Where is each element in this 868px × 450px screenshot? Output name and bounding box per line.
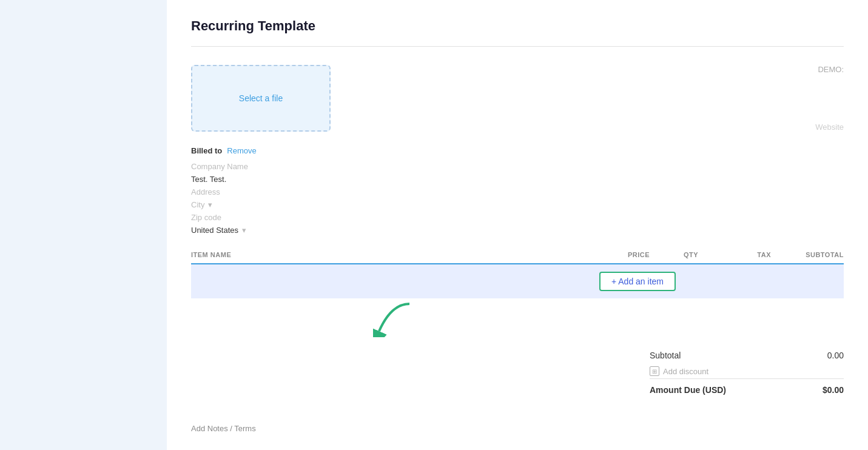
demo-section: DEMO: Website (355, 65, 844, 132)
header-price: PRICE (577, 251, 650, 258)
add-item-button[interactable]: + Add an item (599, 272, 676, 291)
green-arrow-icon (373, 301, 415, 337)
header-tax: TAX (698, 251, 771, 258)
header-subtotal: SUBTOTAL (771, 251, 844, 258)
city-placeholder: City (191, 200, 204, 209)
city-chevron-icon: ▾ (208, 200, 212, 209)
zip-placeholder: Zip code (191, 211, 844, 224)
company-name-placeholder: Company Name (191, 160, 844, 173)
page-title: Recurring Template (191, 18, 844, 34)
add-item-btn-container: + Add an item (577, 272, 698, 291)
country-dropdown[interactable]: United States ▾ (191, 224, 844, 237)
subtotal-value: 0.00 (827, 351, 844, 360)
totals-area: Subtotal 0.00 ⊞ Add discount Amount Due … (191, 337, 844, 398)
add-discount-row[interactable]: ⊞ Add discount (650, 364, 844, 378)
main-content: Recurring Template Select a file DEMO: W… (167, 0, 868, 450)
add-item-row: + Add an item (191, 264, 844, 298)
items-table: ITEM NAME PRICE QTY TAX SUBTOTAL + Add a… (191, 251, 844, 298)
totals-section: Subtotal 0.00 ⊞ Add discount Amount Due … (650, 347, 844, 398)
remove-link[interactable]: Remove (227, 146, 256, 155)
header-item-name: ITEM NAME (191, 251, 577, 258)
address-placeholder: Address (191, 186, 844, 198)
subtotal-label: Subtotal (650, 351, 681, 360)
file-upload-label: Select a file (239, 93, 283, 103)
subtotal-row: Subtotal 0.00 (650, 347, 844, 364)
amount-due-row: Amount Due (USD) $0.00 (650, 378, 844, 398)
demo-label: DEMO: (818, 65, 844, 74)
company-name-value: Test. Test. (191, 173, 844, 186)
discount-icon: ⊞ (650, 366, 659, 376)
add-discount-text: Add discount (663, 367, 708, 376)
add-notes-text[interactable]: Add Notes / Terms (191, 424, 256, 433)
table-header: ITEM NAME PRICE QTY TAX SUBTOTAL (191, 251, 844, 264)
file-upload-area[interactable]: Select a file (191, 65, 331, 132)
amount-due-label: Amount Due (USD) (650, 385, 726, 395)
section-divider (191, 46, 844, 47)
top-section: Select a file DEMO: Website (191, 65, 844, 132)
city-dropdown[interactable]: City ▾ (191, 198, 844, 211)
billed-to-text: Billed to (191, 146, 222, 155)
bottom-section: Add Notes / Terms (191, 417, 844, 434)
website-label: Website (815, 123, 844, 132)
country-chevron-icon: ▾ (242, 226, 246, 235)
billed-to-row: Billed to Remove (191, 146, 844, 155)
arrow-wrapper (191, 298, 844, 337)
header-qty: QTY (650, 251, 698, 258)
billed-to-section: Billed to Remove Company Name Test. Test… (191, 146, 844, 237)
amount-due-value: $0.00 (823, 385, 844, 395)
sidebar (0, 0, 167, 450)
country-value: United States (191, 226, 238, 235)
